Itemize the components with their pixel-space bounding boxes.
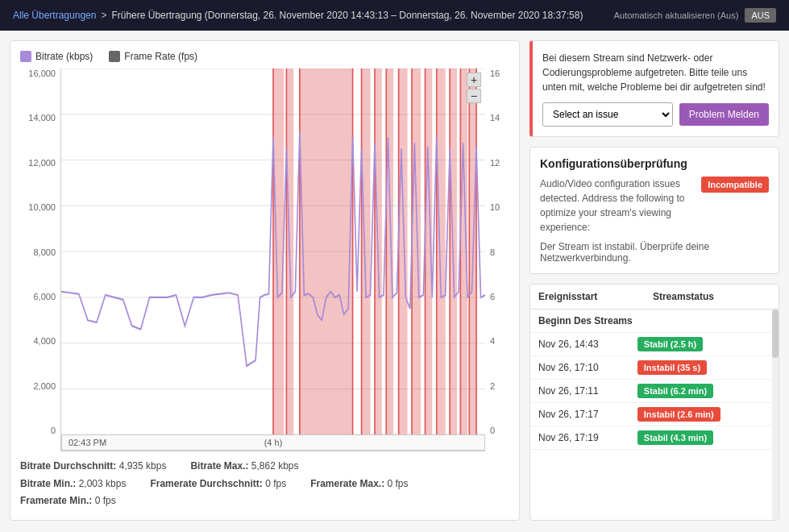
chart-time-bar: 02:43 PM (4 h) (61, 434, 485, 451)
config-description: Audio/Video configuration issues detecte… (540, 177, 693, 235)
table-row: Nov 26, 17:17 Instabil (2.6 min) (530, 403, 779, 426)
issue-row: Select an issue Network Issue Encoding I… (542, 102, 769, 127)
framerate-avg: Framerate Durchschnitt: 0 fps (150, 476, 286, 493)
scroll-thumb (772, 310, 779, 358)
table-row: Nov 26, 17:11 Stabil (6.2 min) (530, 380, 779, 403)
col-status: Streamstatus (645, 285, 762, 310)
bitrate-max: Bitrate Max.: 5,862 kbps (190, 458, 298, 476)
auto-update-label: Automatisch aktualisieren (Aus) (614, 10, 739, 20)
right-panel: Bei diesem Stream sind Netzwerk- oder Co… (529, 40, 779, 521)
time-start: 02:43 PM (69, 438, 106, 447)
svg-rect-14 (386, 69, 393, 434)
events-section-label: Beginn Des Streams (530, 310, 758, 333)
event-status: Instabil (35 s) (629, 356, 758, 380)
table-row: Nov 26, 17:10 Instabil (35 s) (530, 356, 779, 380)
breadcrumb-separator: > (101, 10, 106, 21)
svg-rect-11 (300, 69, 353, 434)
col-scroll (762, 285, 779, 310)
legend-framerate: Frame Rate (fps) (109, 51, 197, 62)
event-date: Nov 26, 17:10 (530, 356, 629, 380)
time-range: (4 h) (264, 438, 283, 447)
config-title: Konfigurationsüberprüfung (540, 157, 769, 170)
config-row: Audio/Video configuration issues detecte… (540, 177, 769, 235)
stats-row: Bitrate Durchschnitt: 4,935 kbps Bitrate… (20, 458, 509, 510)
event-status: Stabil (2.5 h) (629, 333, 758, 356)
chart-area: 16,000 14,000 12,000 10,000 8,000 6,000 … (20, 69, 509, 451)
main-content: Bitrate (kbps) Frame Rate (fps) 16,000 1… (0, 31, 789, 530)
zoom-in-button[interactable]: + (467, 73, 481, 87)
event-date: Nov 26, 17:11 (530, 380, 629, 403)
event-date: Nov 26, 17:17 (530, 403, 629, 426)
svg-rect-9 (273, 69, 284, 434)
scroll-bar (772, 310, 779, 520)
chart-svg (61, 69, 485, 434)
chart-inner: + − 02:43 PM (4 h) (60, 69, 485, 451)
breadcrumb-current: Frühere Übertragung (Donnerstag, 26. Nov… (111, 10, 583, 21)
framerate-max: Framerate Max.: 0 fps (310, 476, 408, 493)
events-scroll[interactable]: Beginn Des Streams Nov 26, 14:43 Stabil … (530, 310, 779, 520)
issue-select[interactable]: Select an issue Network Issue Encoding I… (542, 102, 673, 127)
framerate-min: Framerate Min.: 0 fps (20, 493, 116, 510)
issue-description: Bei diesem Stream sind Netzwerk- oder Co… (542, 51, 769, 94)
table-row: Nov 26, 17:19 Stabil (4.3 min) (530, 426, 779, 450)
incompatible-badge: Incompatible (701, 177, 769, 193)
svg-rect-16 (412, 69, 421, 434)
event-status: Stabil (6.2 min) (629, 380, 758, 403)
chart-panel: Bitrate (kbps) Frame Rate (fps) 16,000 1… (10, 40, 520, 521)
events-table: Ereignisstart Streamstatus (530, 285, 779, 310)
svg-rect-12 (362, 69, 371, 434)
y-axis-left: 16,000 14,000 12,000 10,000 8,000 6,000 … (20, 69, 60, 451)
bitrate-avg: Bitrate Durchschnitt: 4,935 kbps (20, 458, 166, 476)
event-status: Stabil (4.3 min) (629, 426, 758, 450)
y-axis-right: 16 14 12 10 8 6 4 2 0 (485, 69, 509, 451)
breadcrumb-home[interactable]: Alle Übertragungen (13, 10, 96, 21)
auto-update-toggle[interactable]: AUS (745, 8, 776, 23)
svg-rect-15 (399, 69, 408, 434)
report-problem-button[interactable]: Problem Melden (679, 103, 769, 126)
event-date: Nov 26, 14:43 (530, 333, 629, 356)
legend-bitrate-color (20, 51, 31, 62)
legend-framerate-label: Frame Rate (fps) (124, 51, 197, 62)
svg-rect-18 (437, 69, 446, 434)
event-date: Nov 26, 17:19 (530, 426, 629, 450)
legend-framerate-color (109, 51, 120, 62)
zoom-out-button[interactable]: − (467, 89, 481, 103)
bitrate-min: Bitrate Min.: 2,003 kbps (20, 476, 126, 493)
config-box: Konfigurationsüberprüfung Audio/Video co… (529, 147, 779, 274)
header-right: Automatisch aktualisieren (Aus) AUS (614, 8, 776, 23)
legend-bitrate: Bitrate (kbps) (20, 51, 93, 62)
chart-legend: Bitrate (kbps) Frame Rate (fps) (20, 51, 509, 62)
event-status: Instabil (2.6 min) (629, 403, 758, 426)
events-table-body: Beginn Des Streams Nov 26, 14:43 Stabil … (530, 310, 779, 450)
events-box: Ereignisstart Streamstatus Beginn Des St… (529, 284, 779, 521)
config-warning: Der Stream ist instabil. Überprüfe deine… (540, 241, 769, 264)
zoom-controls: + − (467, 73, 481, 103)
issue-report-box: Bei diesem Stream sind Netzwerk- oder Co… (529, 40, 779, 137)
legend-bitrate-label: Bitrate (kbps) (35, 51, 93, 62)
col-event: Ereignisstart (530, 285, 645, 310)
header-bar: Alle Übertragungen > Frühere Übertragung… (0, 0, 789, 31)
table-row: Nov 26, 14:43 Stabil (2.5 h) (530, 333, 779, 356)
